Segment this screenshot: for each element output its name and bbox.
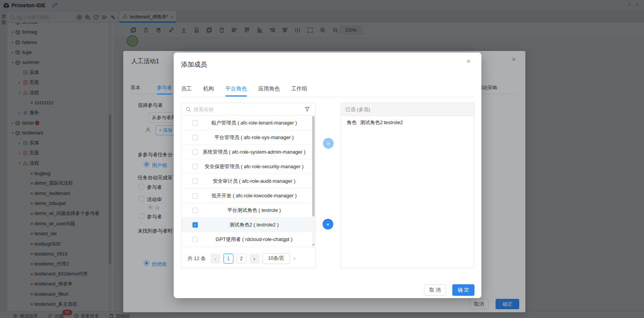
confirm-button[interactable]: 确 定 [452, 284, 474, 296]
role-search-input[interactable]: 搜索名称 [194, 106, 214, 113]
role-search-row: 搜索名称 [181, 103, 315, 116]
role-list-scrollbar[interactable] [312, 116, 315, 248]
primeton-ide-screen: Primeton-IDE ‹› 资源 输入关键字搜索 testtenant_绑表… [0, 0, 644, 318]
member-tab-3[interactable]: 应用角色 [258, 85, 280, 97]
member-tab-0[interactable]: 员工 [181, 85, 192, 97]
role-label: 租户管理员 ( afc-role-tenant-manager ) [201, 120, 307, 126]
chevron-down-icon[interactable]: ∨ [293, 256, 296, 261]
role-row[interactable]: ✓测试角色2 ( testrole2 ) [181, 218, 315, 232]
role-label: 平台测试角色 ( testrole ) [201, 207, 307, 214]
cancel-button[interactable]: 取 消 [424, 284, 446, 296]
role-checkbox[interactable] [192, 120, 198, 126]
selected-panel: 已选 (多选) 角色测试角色2testrole2 [341, 103, 474, 268]
role-list-panel: 搜索名称 租户管理员 ( afc-role-tenant-manager )平台… [181, 103, 316, 268]
next-page-button[interactable]: › [249, 254, 259, 264]
role-row[interactable]: 系统管理员 ( afc-role-system-admin-manager ) [181, 145, 315, 159]
role-row[interactable]: 安全保密管理员 ( afc-role-security-manager ) [181, 159, 315, 174]
role-row[interactable]: 低开开发 ( afc-role-lowcode-manager ) [181, 189, 315, 203]
selected-name: 测试角色2 [360, 119, 383, 126]
role-label: GPT使用者 ( rdcloud-role-chatgpt ) [201, 236, 307, 243]
prev-page-button[interactable]: ‹ [210, 254, 220, 264]
role-row[interactable]: 租户管理员 ( afc-role-tenant-manager ) [181, 116, 315, 130]
selected-category: 角色 [347, 119, 357, 126]
role-checkbox[interactable] [192, 237, 198, 242]
role-row[interactable]: 安全审计员 ( afc-role-audit-manager ) [181, 174, 315, 189]
role-row[interactable]: 平台管理员 ( afc-role-sys-manager ) [181, 130, 315, 145]
role-row[interactable]: GPT使用者 ( rdcloud-role-chatgpt ) [181, 232, 315, 247]
selected-item[interactable]: 角色测试角色2testrole2 [341, 116, 474, 129]
close-icon[interactable]: × [466, 57, 471, 66]
page-button-2[interactable]: 2 [236, 254, 246, 264]
divider [181, 97, 474, 97]
member-type-tabs: 员工机构平台角色应用角色工作组 [181, 85, 307, 97]
role-label: 安全审计员 ( afc-role-audit-manager ) [201, 178, 307, 185]
total-count: 共 12 条 [187, 255, 206, 262]
role-label: 平台管理员 ( afc-role-sys-manager ) [201, 134, 307, 141]
move-left-button[interactable]: « [323, 219, 333, 229]
role-checkbox[interactable] [192, 208, 198, 213]
page-button-1[interactable]: 1 [223, 254, 233, 264]
role-label: 测试角色2 ( testrole2 ) [201, 221, 307, 228]
member-tab-1[interactable]: 机构 [203, 85, 214, 97]
role-label: 系统管理员 ( afc-role-system-admin-manager ) [201, 149, 307, 156]
member-tab-2[interactable]: 平台角色 [225, 85, 247, 97]
pagination: 共 12 条‹12›10条/页∨ [181, 249, 315, 268]
role-checkbox[interactable] [192, 149, 198, 155]
role-list-scrollbar-thumb[interactable] [312, 116, 315, 216]
add-member-modal: 添加成员 × 员工机构平台角色应用角色工作组 搜索名称 租户管理员 ( afc-… [174, 52, 481, 298]
member-tab-4[interactable]: 工作组 [291, 85, 307, 97]
role-label: 安全保密管理员 ( afc-role-security-manager ) [201, 163, 307, 170]
role-checkbox[interactable] [192, 179, 198, 184]
page-size-select[interactable]: 10条/页 [262, 253, 290, 264]
search-icon [186, 107, 191, 113]
role-row[interactable]: 平台测试角色 ( testrole ) [181, 203, 315, 218]
role-checkbox[interactable] [192, 193, 198, 198]
filter-funnel-icon[interactable] [305, 107, 310, 113]
move-right-button[interactable]: » [323, 138, 334, 149]
role-label: 低开开发 ( afc-role-lowcode-manager ) [201, 192, 307, 199]
role-checkbox[interactable] [192, 135, 198, 140]
selected-panel-header: 已选 (多选) [341, 103, 474, 116]
modal-title: 添加成员 [181, 60, 207, 69]
scroll-down-icon[interactable]: ▼ [311, 243, 315, 247]
role-checkbox[interactable] [192, 164, 198, 169]
selected-code: testrole2 [384, 120, 403, 125]
role-checkbox[interactable]: ✓ [192, 222, 198, 228]
